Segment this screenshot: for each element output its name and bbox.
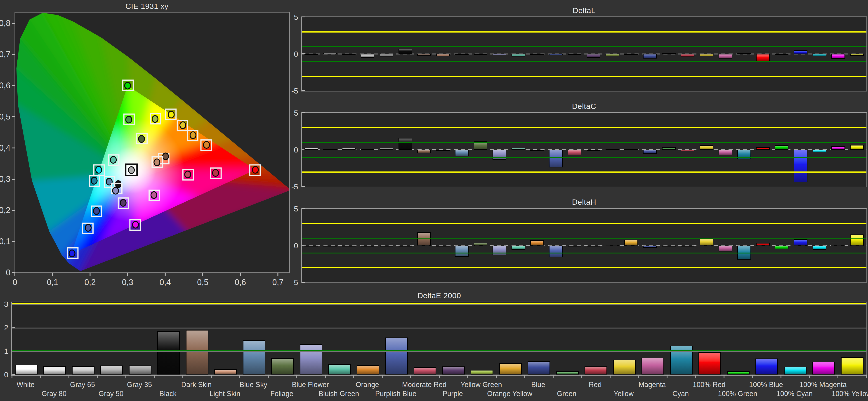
bar-100-magenta <box>831 245 845 245</box>
bar-black <box>399 138 412 150</box>
bar-100-blue <box>794 51 807 54</box>
yellow-limit-line <box>302 223 866 224</box>
category-label-orange: Orange <box>338 381 397 389</box>
y-axis-tick-mark <box>302 282 305 282</box>
bar-100-red <box>756 147 770 150</box>
bar-black <box>157 331 180 374</box>
cie-marker-dark-skin-measured-dot <box>163 153 168 160</box>
bar-yellow <box>700 145 713 150</box>
category-label-100-green: 100% Green <box>708 390 767 398</box>
green-limit-line <box>12 350 866 351</box>
bar-dark-skin <box>417 232 431 245</box>
bar-white <box>305 148 318 150</box>
cie-marker-100-yellow-measured-dot <box>168 111 174 118</box>
green-limit-line <box>302 142 866 143</box>
delta-c-plot: 50-5 <box>301 112 867 187</box>
bar-light-skin <box>436 150 450 151</box>
bar-gray-80 <box>43 366 66 374</box>
bar-yellow <box>700 239 713 245</box>
category-label-blue-flower: Blue Flower <box>281 381 340 389</box>
bar-orange-yellow <box>499 363 522 374</box>
bar-100-cyan <box>813 54 826 56</box>
cie-marker-yellow-measured-dot <box>180 122 186 129</box>
category-label-green: Green <box>537 390 596 398</box>
delta-l-plot: 50-5 <box>301 16 867 92</box>
bar-100-blue <box>794 239 807 245</box>
bar-red <box>585 366 607 374</box>
bar-100-yellow <box>850 145 864 150</box>
cie-marker-purplish-blue-measured-dot <box>85 224 91 231</box>
y-axis-tick-label: 3 <box>0 300 12 308</box>
bar-gray-50 <box>361 149 374 150</box>
cie-marker-100-green-measured-dot <box>125 82 131 89</box>
bar-light-skin <box>214 369 237 374</box>
bar-magenta <box>719 245 732 252</box>
cie-marker-bluish-green-measured-dot <box>110 156 116 163</box>
bar-gray-50 <box>361 245 374 246</box>
bar-orange <box>530 240 544 245</box>
bar-blue <box>643 245 657 248</box>
bar-purple <box>587 245 600 246</box>
bar-light-skin <box>436 54 450 56</box>
category-label-light-skin: Light Skin <box>195 390 254 398</box>
bar-gray-50 <box>100 366 123 374</box>
delta-e-2000-panel: DeltaE 2000 3210 WhiteGray 80Gray 65Gray… <box>11 302 867 376</box>
category-label-100-magenta: 100% Magenta <box>794 381 852 389</box>
cie-x-tick-label: 0,6 <box>235 278 246 287</box>
category-label-100-cyan: 100% Cyan <box>765 390 824 398</box>
y-axis-tick-label: 2 <box>0 324 12 331</box>
cie-y-tick-label: 0,2 <box>0 206 10 215</box>
bar-cyan <box>737 150 751 159</box>
bar-blue <box>528 361 550 374</box>
bar-moderate-red <box>414 367 436 374</box>
y-axis-tick-label: 5 <box>290 205 302 212</box>
bar-100-cyan <box>813 245 826 249</box>
cie-marker-100-cyan-measured-dot <box>96 167 102 173</box>
category-label-red: Red <box>566 381 625 389</box>
bar-gray-80 <box>323 245 337 246</box>
bar-black <box>399 49 412 54</box>
bar-foliage <box>474 54 487 55</box>
bar-cyan <box>737 53 751 54</box>
cie-y-tick-label: 0,6 <box>0 81 10 90</box>
bar-100-green <box>775 54 788 55</box>
category-label-blue-sky: Blue Sky <box>224 381 283 389</box>
bar-gray-35 <box>380 148 393 150</box>
bar-magenta <box>719 54 732 59</box>
bar-moderate-red <box>568 150 581 155</box>
category-label-gray-65: Gray 65 <box>53 381 112 389</box>
bar-orange-yellow <box>624 54 638 55</box>
bar-100-blue <box>755 359 778 374</box>
bar-100-cyan <box>784 367 807 374</box>
bar-blue <box>643 54 657 59</box>
bar-white <box>305 245 318 246</box>
bar-green <box>556 371 579 374</box>
cie-diagram-svg: 0 0,1 0,2 0,3 0,4 0,5 0,6 0,7 0,8 0 0,1 … <box>0 0 294 292</box>
bar-yellow <box>613 360 636 374</box>
y-axis-tick-label: 0 <box>290 242 302 249</box>
category-label-gray-50: Gray 50 <box>82 390 141 398</box>
bar-black <box>399 245 412 246</box>
category-label-cyan: Cyan <box>651 390 710 398</box>
y-axis-tick-mark <box>302 90 305 91</box>
category-label-100-yellow: 100% Yellow <box>822 390 868 398</box>
cie-marker-100-red-measured-dot <box>252 167 258 173</box>
bar-gray-65 <box>342 54 355 55</box>
category-label-moderate-red: Moderate Red <box>395 381 454 389</box>
category-label-bluish-green: Bluish Green <box>309 390 368 398</box>
bar-100-magenta <box>812 362 835 374</box>
gray-gridline <box>12 304 866 305</box>
bar-green <box>662 53 676 54</box>
cie-marker-100-blue-measured-dot <box>69 250 75 257</box>
bar-purple <box>587 150 600 151</box>
bar-red <box>681 54 694 57</box>
cie-x-tick-label: 0,7 <box>272 278 283 287</box>
bar-green <box>662 147 676 150</box>
green-limit-line <box>302 46 866 47</box>
bar-blue-flower <box>493 150 506 160</box>
bar-white <box>15 365 37 374</box>
bar-blue-flower <box>493 54 506 55</box>
bar-red <box>681 150 694 151</box>
bar-gray-65 <box>72 366 94 374</box>
cie-x-tick-label: 0,5 <box>197 278 209 287</box>
